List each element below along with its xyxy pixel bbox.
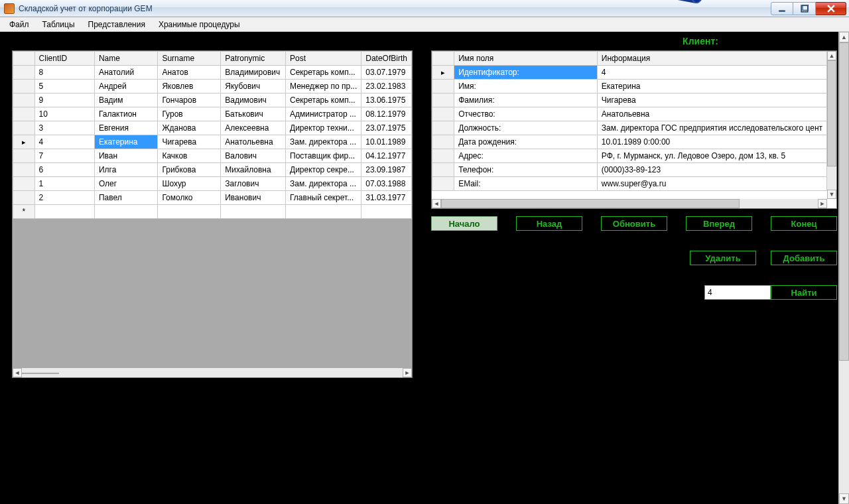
cell-name[interactable]: Иван — [94, 149, 157, 163]
cell-dateofbirth[interactable]: 10.01.1989 — [361, 135, 412, 149]
field-value[interactable]: 10.01.1989 0:00:00 — [597, 135, 826, 149]
menu-файл[interactable]: Файл — [3, 17, 36, 31]
cell-clientid[interactable]: 8 — [34, 66, 94, 80]
nav-обновить-button[interactable]: Обновить — [601, 216, 667, 231]
row-header[interactable] — [13, 66, 35, 80]
col-header[interactable]: Patronymic — [221, 52, 286, 66]
row-header[interactable] — [432, 149, 454, 163]
cell-patronymic[interactable]: Владимирович — [221, 66, 286, 80]
cell-surname[interactable]: Шохур — [158, 177, 221, 191]
cell-clientid[interactable]: 2 — [34, 191, 94, 205]
col-header[interactable]: Surname — [158, 52, 221, 66]
new-row[interactable]: * — [13, 205, 412, 219]
cell-patronymic[interactable]: Алексеевна — [221, 121, 286, 135]
cell-surname[interactable]: Гомолко — [158, 191, 221, 205]
cell-patronymic[interactable]: Иванович — [221, 191, 286, 205]
field-label[interactable]: Идентификатор: — [454, 66, 598, 80]
cell-empty[interactable] — [361, 205, 412, 219]
table-row[interactable]: 10ГалактионГуровБатьковичАдминистратор .… — [13, 107, 412, 121]
table-row[interactable]: 6ИлгаГрибковаМихайловнаДиректор секре...… — [13, 163, 412, 177]
cell-surname[interactable]: Жданова — [158, 121, 221, 135]
table-row[interactable]: 9ВадимГончаровВадимовичСекретарь комп...… — [13, 94, 412, 107]
clients-grid[interactable]: ClientIDNameSurnamePatronymicPostDateOfB… — [12, 50, 413, 378]
cell-dateofbirth[interactable]: 23.07.1975 — [361, 121, 412, 135]
col-header[interactable]: Name — [94, 52, 157, 66]
cell-dateofbirth[interactable]: 03.07.1979 — [361, 66, 412, 80]
field-label[interactable]: EMail: — [454, 177, 598, 191]
menu-хранимые процедуры[interactable]: Хранимые процедуры — [152, 17, 247, 31]
cell-post[interactable]: Зам. директора ... — [286, 135, 361, 149]
row-header[interactable] — [13, 177, 35, 191]
field-value[interactable]: Зам. директора ГОС предприятия исследова… — [597, 121, 826, 135]
cell-name[interactable]: Вадим — [94, 94, 157, 107]
client-detail-table[interactable]: Имя поляИнформацияИдентификатор:4Имя:Ека… — [432, 51, 827, 191]
cell-patronymic[interactable]: Якубович — [221, 80, 286, 94]
table-row[interactable]: 1ОлегШохурЗагловичЗам. директора ...07.0… — [13, 177, 412, 191]
find-button[interactable]: Найти — [771, 285, 837, 300]
cell-name[interactable]: Олег — [94, 177, 157, 191]
field-value[interactable]: 4 — [597, 66, 826, 80]
row-header[interactable] — [13, 94, 35, 107]
table-row[interactable]: 8АнатолийАнатовВладимировичСекретарь ком… — [13, 66, 412, 80]
detail-row[interactable]: Дата рождения:10.01.1989 0:00:00 — [432, 135, 827, 149]
cell-clientid[interactable]: 7 — [34, 149, 94, 163]
row-header[interactable] — [432, 163, 454, 177]
cell-clientid[interactable]: 4 — [34, 135, 94, 149]
detail-row[interactable]: Отчество:Анатольевна — [432, 107, 827, 121]
col-header[interactable] — [432, 52, 454, 66]
scroll-down-icon[interactable]: ▼ — [839, 493, 849, 504]
cell-dateofbirth[interactable]: 23.02.1983 — [361, 80, 412, 94]
row-header[interactable] — [432, 80, 454, 94]
detail-row[interactable]: Идентификатор:4 — [432, 66, 827, 80]
row-header[interactable] — [13, 107, 35, 121]
cell-patronymic[interactable]: Заглович — [221, 177, 286, 191]
cell-empty[interactable] — [286, 205, 361, 219]
row-header[interactable] — [13, 121, 35, 135]
clients-grid-hscroll[interactable]: ◄ ► — [13, 368, 412, 377]
cell-clientid[interactable]: 5 — [34, 80, 94, 94]
table-row[interactable]: 4ЕкатеринаЧигареваАнатольевнаЗам. директ… — [13, 135, 412, 149]
row-header[interactable] — [432, 177, 454, 191]
cell-name[interactable]: Галактион — [94, 107, 157, 121]
cell-dateofbirth[interactable]: 07.03.1988 — [361, 177, 412, 191]
detail-row[interactable]: Имя:Екатерина — [432, 80, 827, 94]
cell-name[interactable]: Екатерина — [94, 135, 157, 149]
detail-hscroll[interactable]: ◄ ► — [432, 199, 827, 208]
cell-post[interactable]: Директор техни... — [286, 121, 361, 135]
scroll-right-icon[interactable]: ► — [818, 199, 827, 208]
row-header[interactable] — [13, 163, 35, 177]
scroll-thumb[interactable] — [827, 60, 836, 166]
cell-clientid[interactable]: 6 — [34, 163, 94, 177]
cell-empty[interactable] — [34, 205, 94, 219]
action-удалить-button[interactable]: Удалить — [690, 251, 756, 265]
row-header[interactable] — [13, 135, 35, 149]
cell-empty[interactable] — [158, 205, 221, 219]
row-header[interactable] — [432, 107, 454, 121]
scroll-thumb[interactable] — [441, 199, 740, 208]
cell-post[interactable]: Директор секре... — [286, 163, 361, 177]
col-header[interactable]: Информация — [597, 52, 826, 66]
row-header-new[interactable]: * — [13, 205, 35, 219]
row-header[interactable] — [13, 80, 35, 94]
close-button[interactable] — [816, 2, 846, 15]
clients-table[interactable]: ClientIDNameSurnamePatronymicPostDateOfB… — [13, 51, 412, 219]
cell-dateofbirth[interactable]: 13.06.1975 — [361, 94, 412, 107]
scroll-up-icon[interactable]: ▲ — [839, 32, 849, 42]
scroll-left-icon[interactable]: ◄ — [432, 199, 441, 208]
cell-patronymic[interactable]: Вадимович — [221, 94, 286, 107]
field-value[interactable]: Анатольевна — [597, 107, 826, 121]
cell-patronymic[interactable]: Валович — [221, 149, 286, 163]
table-row[interactable]: 5АндрейЯковлевЯкубовичМенеджер по пр...2… — [13, 80, 412, 94]
cell-empty[interactable] — [94, 205, 157, 219]
cell-surname[interactable]: Анатов — [158, 66, 221, 80]
menu-таблицы[interactable]: Таблицы — [36, 17, 82, 31]
nav-назад-button[interactable]: Назад — [516, 216, 582, 231]
cell-post[interactable]: Секретарь комп... — [286, 94, 361, 107]
cell-name[interactable]: Павел — [94, 191, 157, 205]
cell-surname[interactable]: Чигарева — [158, 135, 221, 149]
scroll-up-icon[interactable]: ▲ — [827, 51, 836, 60]
maximize-button[interactable] — [793, 2, 816, 15]
cell-surname[interactable]: Гончаров — [158, 94, 221, 107]
cell-clientid[interactable]: 3 — [34, 121, 94, 135]
cell-name[interactable]: Анатолий — [94, 66, 157, 80]
